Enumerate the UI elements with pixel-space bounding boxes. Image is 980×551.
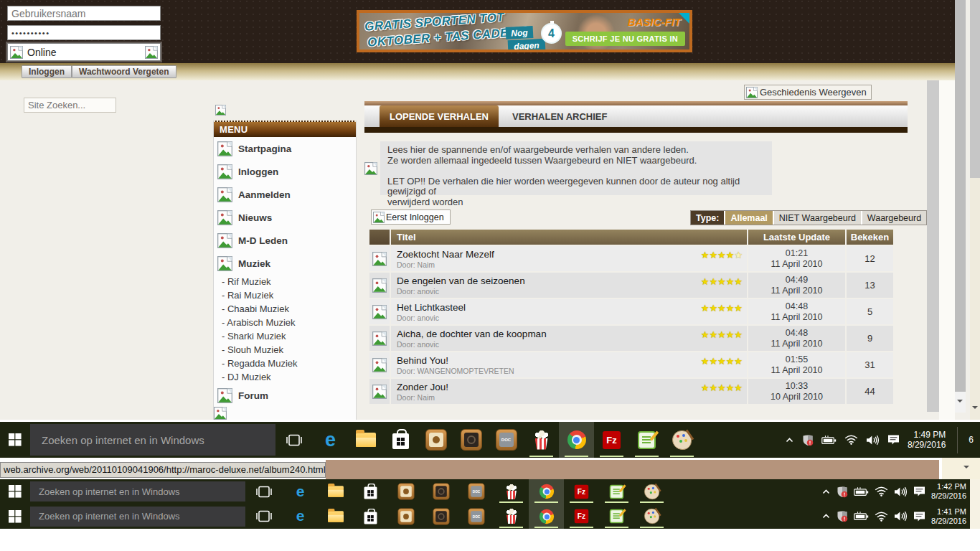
menu-subitem-chaabi-muziek[interactable]: - Chaabi Muziek [214, 302, 356, 316]
taskbar-app-file-explorer[interactable] [348, 422, 383, 458]
scroll-down-arrow-icon[interactable] [957, 400, 963, 405]
menu-subitem-regadda-muziek[interactable]: - Regadda Muziek [214, 357, 356, 370]
scroll-down-arrow-icon[interactable] [972, 406, 978, 412]
scroll-down-arrow-icon[interactable] [963, 466, 969, 471]
table-row[interactable]: Zonder Jou!Door: Naim★★★★★10:3310 April … [369, 379, 893, 404]
story-title-link[interactable]: Zoektocht Naar Mezelf [397, 249, 747, 260]
taskbar-app-edge[interactable]: e [313, 422, 348, 458]
taskbar-clock[interactable]: 1:49 PM8/29/2016 [908, 430, 946, 450]
taskbar-app-edge[interactable]: e [283, 479, 318, 504]
scrollbar-thumb[interactable] [955, 0, 966, 392]
taskbar-app-photo-app[interactable] [418, 422, 453, 458]
menu-subitem-dj-muziek[interactable]: - DJ Muziek [214, 370, 356, 384]
table-row[interactable]: Het LichtkasteelDoor: anovic★★★★★04:4811… [369, 299, 893, 324]
volume-icon[interactable] [866, 435, 880, 446]
taskbar-app-filezilla[interactable]: Fz [564, 504, 599, 529]
start-button[interactable] [0, 422, 30, 458]
story-title-link[interactable]: Behind You! [397, 355, 747, 366]
inner-scrollbar[interactable] [927, 80, 939, 412]
table-row[interactable]: Aicha, de dochter van de koopmanDoor: an… [369, 326, 893, 351]
security-shield-icon[interactable] [802, 434, 814, 446]
taskbar-app-popcorn-time[interactable] [494, 504, 529, 529]
taskbar-app-speaker-app[interactable] [423, 504, 458, 529]
taskbar-app-windows-store[interactable] [383, 422, 418, 458]
login-button[interactable]: Inloggen [22, 65, 72, 78]
taskbar-app-windows-store[interactable] [353, 479, 388, 504]
table-row[interactable]: De engelen van de seizoenenDoor: anovic★… [369, 273, 893, 298]
taskbar-app-notepad-plus-plus[interactable] [629, 422, 664, 458]
status-select[interactable]: Online [7, 43, 161, 61]
ad-choices-icon[interactable] [679, 13, 689, 24]
menu-item-aanmelden[interactable]: Aanmelden [214, 183, 356, 206]
battery-icon[interactable] [854, 487, 869, 496]
taskbar-app-filezilla[interactable]: Fz [564, 479, 599, 504]
username-input[interactable] [7, 6, 161, 21]
taskbar-clock[interactable]: 1:42 PM8/29/2016 [931, 482, 966, 501]
menu-subitem-rif-muziek[interactable]: - Rif Muziek [214, 275, 356, 288]
taskbar-clock[interactable]: 1:41 PM8/29/2016 [931, 507, 966, 526]
taskbar-app-paint[interactable] [634, 479, 669, 504]
taskbar-app-doc-app[interactable]: DOC [458, 504, 494, 529]
password-input[interactable] [7, 25, 161, 40]
menu-item-m-d-leden[interactable]: M-D Leden [214, 229, 356, 252]
taskbar-app-popcorn-time[interactable] [494, 479, 529, 504]
task-view-icon[interactable] [275, 422, 313, 458]
menu-item-inloggen[interactable]: Inloggen [214, 160, 356, 183]
type-filter-option-niet-waargebeurd[interactable]: NIET Waargebeurd [774, 211, 861, 225]
taskbar-app-photo-app[interactable] [388, 479, 423, 504]
table-row[interactable]: Zoektocht Naar MezelfDoor: Naim★★★★★01:2… [369, 246, 893, 271]
menu-subitem-rai-muziek[interactable]: - Rai Muziek [214, 288, 356, 302]
chevron-up-icon[interactable] [785, 436, 794, 444]
security-shield-icon[interactable] [837, 510, 848, 522]
taskbar-app-notepad-plus-plus[interactable] [599, 504, 634, 529]
show-history-button[interactable]: Geschiedenis Weergeven [744, 85, 872, 100]
taskbar-app-paint[interactable] [634, 504, 669, 529]
scrollbar-thumb[interactable] [970, 0, 980, 178]
menu-item-forum[interactable]: Forum [214, 384, 356, 407]
first-login-button[interactable]: Eerst Inloggen [371, 209, 451, 225]
chevron-up-icon[interactable] [821, 488, 831, 496]
menu-item-muziek[interactable]: Muziek [214, 252, 356, 275]
taskbar-app-doc-app[interactable]: DOC [489, 422, 524, 458]
action-center-icon[interactable] [913, 511, 925, 522]
security-shield-icon[interactable] [837, 486, 848, 498]
tab-lopende-verhalen[interactable]: LOPENDE VERHALEN [380, 105, 499, 127]
type-filter-option-waargebeurd[interactable]: Waargebeurd [862, 211, 926, 225]
battery-icon[interactable] [854, 512, 869, 521]
ad-signup-button[interactable]: SCHRIJF JE NU GRATIS IN [565, 32, 685, 46]
battery-icon[interactable] [821, 435, 837, 445]
taskbar-app-filezilla[interactable]: Fz [594, 422, 629, 458]
type-filter-option-allemaal[interactable]: Allemaal [725, 211, 772, 225]
menu-subitem-arabisch-muziek[interactable]: - Arabisch Muziek [214, 316, 356, 329]
wifi-icon[interactable] [875, 512, 888, 522]
taskbar-app-notepad-plus-plus[interactable] [599, 479, 634, 504]
taskbar-app-chrome[interactable] [529, 479, 564, 504]
taskbar-app-paint[interactable] [664, 422, 699, 458]
taskbar-app-edge[interactable]: e [283, 504, 318, 529]
outer-scrollbar[interactable] [970, 0, 980, 420]
middle-scrollbar[interactable] [955, 0, 966, 413]
taskbar-app-photo-app[interactable] [388, 504, 423, 529]
menu-item-startpagina[interactable]: Startpagina [214, 137, 356, 160]
story-title-link[interactable]: Het Lichtkasteel [397, 302, 747, 313]
forgot-password-button[interactable]: Wachtwoord Vergeten [72, 65, 176, 78]
task-view-icon[interactable] [245, 504, 283, 529]
taskbar-app-chrome[interactable] [559, 422, 594, 458]
taskbar-app-popcorn-time[interactable] [524, 422, 559, 458]
start-button[interactable] [0, 504, 30, 529]
wifi-icon[interactable] [844, 435, 858, 445]
taskbar-app-speaker-app[interactable] [423, 479, 458, 504]
taskbar-search-input[interactable]: Zoeken op internet en in Windows [30, 481, 245, 501]
wifi-icon[interactable] [875, 486, 888, 496]
taskbar-search-input[interactable]: Zoeken op internet en in Windows [30, 424, 275, 456]
taskbar-search-input[interactable]: Zoeken op internet en in Windows [30, 507, 245, 527]
action-center-icon[interactable] [887, 434, 900, 446]
ad-banner[interactable]: GRATIS SPORTEN TOT OKTOBER + TAS CADEAU … [357, 10, 692, 52]
volume-icon[interactable] [894, 511, 908, 522]
story-title-link[interactable]: Zonder Jou! [397, 382, 747, 392]
story-title-link[interactable]: De engelen van de seizoenen [397, 276, 747, 286]
story-title-link[interactable]: Aicha, de dochter van de koopman [397, 329, 747, 339]
action-center-icon[interactable] [913, 486, 925, 497]
taskbar-app-windows-store[interactable] [353, 504, 388, 529]
menu-subitem-sharki-muziek[interactable]: - Sharki Muziek [214, 329, 356, 343]
